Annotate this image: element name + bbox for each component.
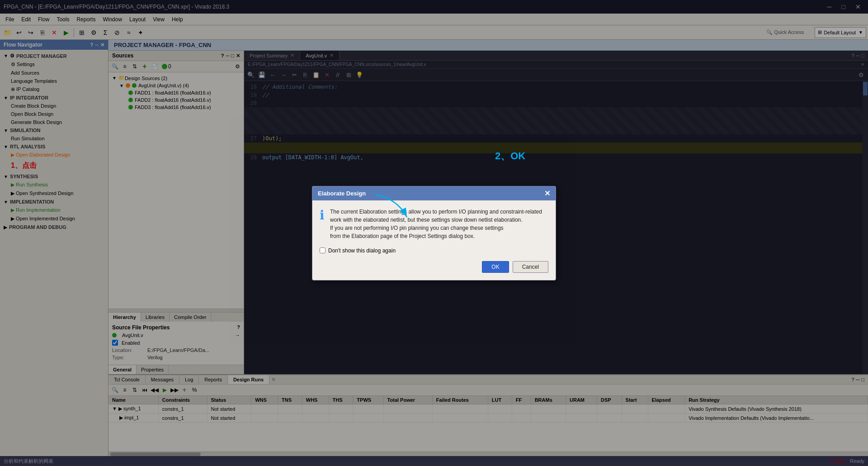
modal-checkbox-row: Don't show this dialog again: [320, 247, 548, 254]
modal-line3: If you are not performing I/O pin planni…: [330, 224, 542, 232]
modal-header: Elaborate Design ✕: [312, 186, 556, 200]
modal-overlay: Elaborate Design ✕ ℹ The current Elabora…: [0, 0, 868, 466]
modal-buttons: OK Cancel: [320, 261, 548, 273]
modal-title: Elaborate Design: [318, 190, 366, 197]
modal-message: ℹ The current Elaboration settings allow…: [320, 208, 548, 240]
elaborate-dialog: Elaborate Design ✕ ℹ The current Elabora…: [312, 186, 556, 281]
modal-line4: from the Elaboration page of the Project…: [330, 232, 542, 240]
modal-line1: The current Elaboration settings allow y…: [330, 208, 542, 216]
dont-show-checkbox[interactable]: [320, 247, 326, 253]
modal-ok-button[interactable]: OK: [482, 261, 509, 273]
modal-cancel-button[interactable]: Cancel: [513, 261, 548, 273]
dont-show-label: Don't show this dialog again: [328, 247, 396, 254]
modal-body: ℹ The current Elaboration settings allow…: [312, 200, 556, 280]
modal-info-icon: ℹ: [320, 208, 325, 240]
modal-close-icon[interactable]: ✕: [544, 189, 550, 198]
modal-text-content: The current Elaboration settings allow y…: [330, 208, 542, 240]
annotation-step2: 2、OK: [495, 149, 525, 163]
modal-line2: work with the elaborated netlist, but th…: [330, 216, 542, 224]
